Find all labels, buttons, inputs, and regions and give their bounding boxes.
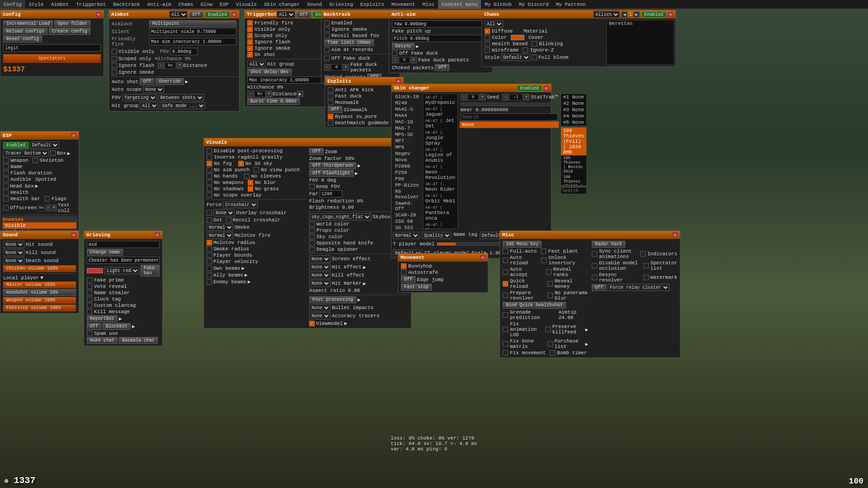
off-relay-btn[interactable]: Off	[592, 284, 606, 291]
unlock-inv-cb[interactable]	[541, 258, 547, 263]
menu-exploits[interactable]: Exploits	[357, 0, 388, 9]
bt-recoil-fov-cb[interactable]	[324, 33, 330, 38]
bt-enabled-cb[interactable]	[324, 20, 330, 26]
sk-ak-orbit[interactable]: AK-47 | Orbit Mk01	[423, 192, 458, 204]
visuals-header[interactable]: Visuals ✕	[204, 138, 411, 146]
reveal-money-cb[interactable]	[547, 281, 553, 286]
menu-movement[interactable]: Movement	[388, 0, 419, 9]
vis-disable-postproc-cb[interactable]	[207, 148, 212, 154]
name-stealer-cb[interactable]	[87, 290, 92, 296]
misc-close[interactable]: ✕	[672, 232, 678, 238]
radar-hack-btn[interactable]: Radar hack	[592, 241, 625, 248]
vis-no-scope-cb[interactable]	[207, 192, 212, 198]
bt-aim-records-cb[interactable]	[324, 47, 330, 52]
esp-close[interactable]: ✕	[71, 133, 76, 138]
blockbot-off-btn[interactable]: Off	[87, 323, 101, 330]
fast-stop-btn[interactable]: Fast stop	[401, 284, 432, 291]
open-folder-btn[interactable]: Open folder	[54, 20, 90, 27]
bomb-timer-cb[interactable]	[550, 350, 555, 356]
tb-ignore-smoke-cb[interactable]	[247, 46, 253, 51]
menu-chams[interactable]: Chams	[175, 0, 197, 9]
force-relay-select[interactable]: Force relay cluster	[608, 284, 670, 291]
menu-discord[interactable]: My Discord	[515, 0, 552, 9]
vis-no-view-punch-cb[interactable]	[254, 167, 259, 173]
esp-box-expand[interactable]: ▶	[67, 150, 71, 156]
fake-prime-cb[interactable]	[87, 277, 92, 283]
sk-sg553-item[interactable]: SG 553	[393, 225, 421, 229]
skinchan-enabled-btn[interactable]: Enabled	[517, 85, 542, 92]
sk-sticker-search[interactable]	[561, 187, 587, 194]
vis-zoom-btn[interactable]: Off	[309, 148, 324, 155]
auto-shot-off-btn[interactable]: Off	[140, 78, 154, 85]
vis-no-fog-cb[interactable]	[207, 161, 212, 166]
fake-ban-color-swatch[interactable]	[87, 268, 103, 273]
tb-friendly-fire-cb[interactable]	[247, 20, 253, 26]
menu-misc[interactable]: Misc	[419, 0, 438, 9]
chams-all-select[interactable]: All	[485, 20, 503, 28]
tb-shot-delay-btn[interactable]: Shot delay 0ms	[247, 69, 292, 75]
vis-no-3dsky-cb[interactable]	[238, 161, 244, 166]
config-panel-header[interactable]: Config ✕	[0, 10, 104, 19]
sk-sticker-5[interactable]: #5 None	[561, 119, 586, 126]
sk-ssg08-item[interactable]: SSG 08	[393, 218, 421, 225]
grieving-close[interactable]: ✕	[155, 232, 160, 238]
purchase-list-cb[interactable]	[547, 341, 553, 347]
bunnyhop-cb[interactable]	[401, 263, 406, 269]
reportbot-expand[interactable]: ▶	[119, 316, 122, 322]
sk-ak-neonrider[interactable]: AK-47 | Neon Rider	[423, 181, 458, 192]
sk-stattrak-inc[interactable]: +	[523, 94, 529, 100]
esp-flash-dur-cb[interactable]	[3, 170, 9, 176]
tb-dmg-play[interactable]: ▶	[297, 91, 303, 97]
menu-grieving[interactable]: Grieving	[326, 0, 357, 9]
sk-ak-phantom[interactable]: AK-47 | Phantom Disruptor	[423, 221, 458, 229]
sk-ma41s-item[interactable]: MA41-S	[393, 106, 421, 113]
sk-p250-item[interactable]: P250	[393, 169, 421, 176]
preserve-killfeed-cb[interactable]	[545, 327, 551, 332]
vis-own-beams-cb[interactable]	[207, 266, 212, 271]
slowwalk-off-btn[interactable]: Off	[328, 106, 342, 113]
sk-sticker-2[interactable]: #2 None	[561, 100, 586, 107]
esp-off-inc[interactable]: +	[52, 205, 57, 211]
preserve-killfeed-expand[interactable]: ▶	[585, 327, 588, 333]
sk-mag7-item[interactable]: MAG-7	[393, 125, 421, 131]
esp-skeleton-cb[interactable]	[33, 158, 38, 163]
no-panorama-blur-cb[interactable]	[547, 293, 553, 298]
ignore-flash-cb-aim[interactable]	[112, 63, 117, 68]
bind-healthshot-btn[interactable]: Bind Quick healthshot	[503, 302, 566, 309]
esp-box-cb[interactable]	[50, 150, 56, 156]
vis-ally-beams-expand[interactable]: ▶	[245, 272, 248, 278]
local-player-expand[interactable]: ▼	[40, 275, 43, 281]
sk-thieves-boston[interactable]: 100 Thieves | Boston 2018	[561, 155, 586, 174]
sk-none-item[interactable]: None	[460, 122, 559, 128]
chicken-volume-btn[interactable]: Chicken volume 100%	[3, 265, 76, 272]
esp-name-cb[interactable]	[3, 164, 9, 169]
death-sound-select[interactable]: None	[3, 257, 24, 264]
tb-ignore-flash-cb[interactable]	[247, 39, 253, 45]
antiaim-yaw-input[interactable]	[392, 20, 490, 28]
bt-time-limit-btn[interactable]: Time limit 200ms	[324, 39, 374, 46]
grieving-name-input[interactable]	[87, 241, 160, 248]
backtrack-header[interactable]: Backtrack ✕	[321, 10, 400, 19]
vis-props-color-cb[interactable]	[309, 228, 315, 233]
purchase-list-expand[interactable]: ▶	[585, 341, 588, 347]
basmala-chat-btn[interactable]: Basmala chat	[119, 337, 158, 344]
sk-ak-jetset[interactable]: AK-47 | Jet Set	[423, 117, 458, 129]
fake-ban-color-select[interactable]: Light red	[104, 267, 139, 274]
spectators-btn[interactable]: Spectators	[3, 54, 101, 63]
fix-bone-cb[interactable]	[503, 341, 508, 347]
anti-afk-cb[interactable]	[328, 87, 333, 93]
distance-inc-btn[interactable]: +	[176, 62, 183, 69]
vis-hit-effect-select[interactable]: None	[309, 263, 330, 271]
silent-value[interactable]	[149, 28, 236, 35]
sk-sticker-1[interactable]: #1 None	[561, 94, 586, 100]
autostrafe-cb[interactable]	[401, 270, 406, 275]
esp-flags-cb[interactable]	[44, 196, 50, 202]
skinchan-header[interactable]: Skin changer Enabled ✕	[392, 84, 551, 92]
chams-next-btn[interactable]: ▶	[633, 11, 640, 18]
sk-mp7-item[interactable]: MP7	[393, 138, 421, 144]
menu-github[interactable]: My GitHub	[481, 0, 515, 9]
vis-smoke-radius-cb[interactable]	[207, 246, 212, 252]
bt-packets-inc[interactable]: +	[343, 64, 349, 70]
esp-header[interactable]: ESP ✕	[0, 131, 79, 140]
clock-tag-cb[interactable]	[87, 296, 92, 302]
